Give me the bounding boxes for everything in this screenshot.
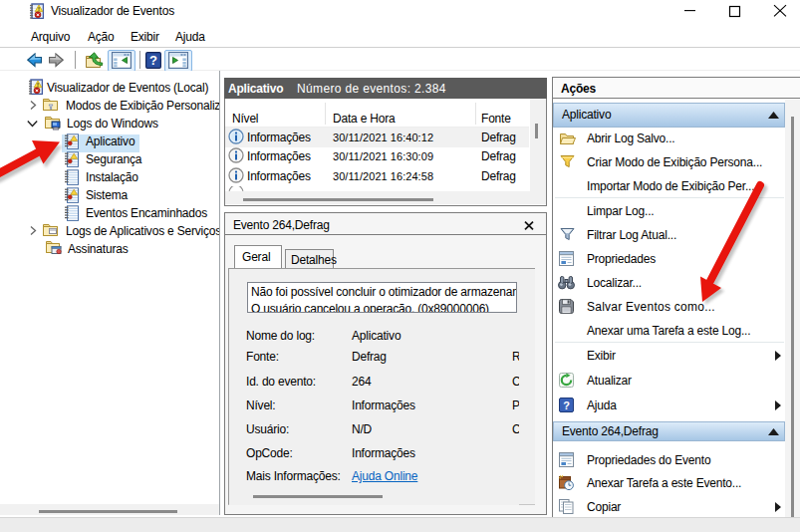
svg-text:?: ? [563,399,570,411]
svg-text:?: ? [149,53,157,68]
